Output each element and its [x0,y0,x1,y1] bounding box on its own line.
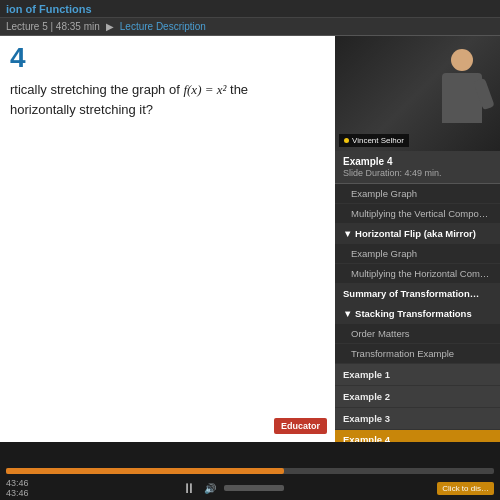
toc-item-11[interactable]: Example 3 [335,408,500,430]
toc-item-6[interactable]: ▼ Stacking Transformations [335,304,500,324]
name-tag-icon [344,138,349,143]
toc-item-7[interactable]: Order Matters [335,324,500,344]
question-suffix2: horizontally stretching it? [10,102,153,117]
time-current2: 43:46 [6,488,29,498]
bottom-bar: 43:46 43:46 ⏸ 🔊 Click to dis… [0,442,500,500]
right-panel: Vincent Selhor Example 4 Slide Duration:… [335,36,500,442]
lecture-info: Lecture 5 | 48:35 min [6,21,100,32]
play-pause-icon[interactable]: ⏸ [182,480,196,496]
example-info: Example 4 Slide Duration: 4:49 min. [335,151,500,184]
controls-area: ⏸ 🔊 [182,480,284,496]
question-prefix: rtically stretching the graph of [10,82,183,97]
educator-badge: Educator [274,418,327,434]
example-number: 4 [10,44,325,72]
toc-list[interactable]: Example GraphMultiplying the Vertical Co… [335,184,500,442]
toc-item-0[interactable]: Example Graph [335,184,500,204]
progress-bar-track[interactable] [6,468,494,474]
volume-icon[interactable]: 🔊 [204,483,216,494]
example-info-duration: Slide Duration: 4:49 min. [343,168,492,178]
sub-bar: Lecture 5 | 48:35 min ▶ Lecture Descript… [0,18,500,36]
instructor-silhouette [432,49,492,139]
top-bar: ion of Functions [0,0,500,18]
toc-item-3[interactable]: Example Graph [335,244,500,264]
time-row: 43:46 43:46 ⏸ 🔊 Click to dis… [0,478,500,500]
instructor-name-tag: Vincent Selhor [339,134,409,147]
example-info-title: Example 4 [343,156,492,167]
toc-item-1[interactable]: Multiplying the Vertical Compon… [335,204,500,224]
slide-area: 4 rtically stretching the graph of f(x) … [0,36,335,442]
time-current: 43:46 [6,478,29,488]
volume-slider[interactable] [224,485,284,491]
toc-item-10[interactable]: Example 2 [335,386,500,408]
lecture-description-link[interactable]: Lecture Description [120,21,206,32]
progress-area [0,468,500,474]
person-arm [473,77,495,109]
page-title: ion of Functions [6,3,92,15]
person-body [442,73,482,123]
progress-bar-fill [6,468,284,474]
instructor-name: Vincent Selhor [352,136,404,145]
separator: ▶ [106,21,114,32]
main-content: 4 rtically stretching the graph of f(x) … [0,36,500,442]
toc-item-4[interactable]: Multiplying the Horizontal Comp… [335,264,500,284]
click-to-dismiss-button[interactable]: Click to dis… [437,482,494,495]
toc-item-9[interactable]: Example 1 [335,364,500,386]
question-math: f(x) = x² [183,82,226,97]
question-suffix: the [230,82,248,97]
toc-item-5[interactable]: Summary of Transformation… [335,284,500,304]
slide-header: 4 [0,36,335,76]
toc-item-8[interactable]: Transformation Example [335,344,500,364]
slide-question: rtically stretching the graph of f(x) = … [0,76,335,127]
toc-item-12[interactable]: Example 4 [335,430,500,442]
person-head [451,49,473,71]
toc-item-2[interactable]: ▼ Horizontal Flip (aka Mirror) [335,224,500,244]
video-area: Vincent Selhor [335,36,500,151]
time-display: 43:46 43:46 [6,478,29,498]
